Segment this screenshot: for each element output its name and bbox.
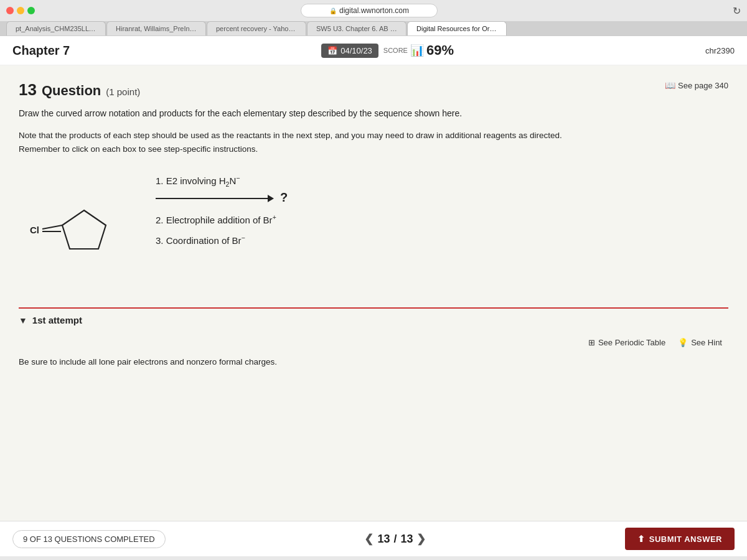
svg-line-3 [42,225,62,229]
close-dot[interactable] [6,7,14,14]
score-label: SCORE [383,47,408,54]
hint-icon: 💡 [678,338,688,347]
question-label: Question [42,83,101,99]
tab-hiranrat[interactable]: Hiranrat, Willaims_PreInLab_CH... [106,21,206,35]
address-bar[interactable]: 🔒 digital.wwnorton.com [301,4,438,17]
maximize-dot[interactable] [27,7,35,14]
svg-marker-2 [62,210,106,249]
tab-sw5[interactable]: SW5 U3. Chapter 6. AB energeti... [307,21,406,35]
footer-note: Be sure to include all lone pair electro… [19,357,728,366]
bottom-links: ⊞ See Periodic Table 💡 See Hint [19,338,728,347]
tab-analysis[interactable]: pt_Analysis_CHM235LL -... [6,21,106,35]
question-note: Note that the products of each step shou… [19,129,728,156]
question-header: 13 Question (1 point) 📖 See page 340 [19,80,728,100]
attempt-label: 1st attempt [32,315,82,325]
reaction-arrow [156,195,274,202]
questions-completed: 9 OF 13 QUESTIONS COMPLETED [12,530,166,548]
attempt-section: ▼ 1st attempt [19,307,728,325]
question-number: 13 [19,80,37,100]
pagination-total: 13 [400,533,413,546]
see-hint-link[interactable]: 💡 See Hint [678,338,722,347]
periodic-table-text: See Periodic Table [598,338,665,347]
step-1: 1. E2 involving H2N− [156,174,728,188]
main-content: Chapter 7 📅 04/10/23 SCORE 📊 69% chr2390… [0,36,747,556]
question-area: 13 Question (1 point) 📖 See page 340 Dra… [0,65,747,521]
svg-text:Cl: Cl [30,225,39,235]
browser-chrome: 🔒 digital.wwnorton.com ↻ pt_Analysis_CHM… [0,0,747,36]
product-placeholder: ? [280,190,288,205]
lock-icon: 🔒 [329,7,337,14]
pagination: ❮ 13 / 13 ❯ [364,532,426,546]
hint-text: See Hint [691,338,722,347]
bottom-bar: 9 OF 13 QUESTIONS COMPLETED ❮ 13 / 13 ❯ … [0,521,747,556]
minimize-dot[interactable] [17,7,24,14]
browser-top-bar: 🔒 digital.wwnorton.com ↻ [0,0,747,21]
window-controls [6,7,35,14]
table-icon: ⊞ [588,338,595,347]
book-icon: 📖 [665,80,675,90]
calendar-icon: 📅 [327,46,337,55]
question-description: Draw the curved arrow notation and produ… [19,107,728,120]
tab-percent-recovery[interactable]: percent recovery - Yahoo Searc... [207,21,306,35]
header-center: 📅 04/10/23 SCORE 📊 69% [321,42,454,58]
pagination-current: 13 [377,533,390,546]
score-value: 69% [426,42,454,58]
score-badge: SCORE 📊 69% [383,42,454,58]
tab-digital-resources[interactable]: Digital Resources for Organic C... [407,21,507,35]
browser-tabs: pt_Analysis_CHM235LL -... Hiranrat, Will… [0,21,747,35]
step-2: 2. Electrophile addition of Br+ [156,213,728,225]
submit-answer-button[interactable]: ⬆ SUBMIT ANSWER [625,528,735,550]
see-page-text: See page 340 [678,81,728,90]
question-points: (1 point) [106,86,140,97]
chemistry-section: Cl 1. E2 involving H2N− [19,168,728,295]
pagination-prev[interactable]: ❮ [364,532,374,546]
see-page-link[interactable]: 📖 See page 340 [665,80,728,90]
date-value: 04/10/23 [341,46,372,55]
steps-list: 1. E2 involving H2N− ? 2. Electrophile a… [156,174,728,246]
upload-icon: ⬆ [637,534,646,544]
chapter-header: Chapter 7 📅 04/10/23 SCORE 📊 69% chr2390 [0,36,747,65]
pagination-separator: / [393,533,397,546]
bar-chart-icon: 📊 [410,44,424,57]
step-3: 3. Coordination of Br− [156,234,728,246]
pagination-next[interactable]: ❯ [416,532,426,546]
submit-label: SUBMIT ANSWER [649,534,722,544]
reload-icon[interactable]: ↻ [733,5,741,17]
url-text: digital.wwnorton.com [339,6,409,15]
header-right: chr2390 [705,46,735,55]
chevron-down-icon[interactable]: ▼ [19,315,27,325]
molecule-diagram: Cl [19,174,131,289]
see-periodic-table-link[interactable]: ⊞ See Periodic Table [588,338,665,347]
date-badge: 📅 04/10/23 [321,44,378,58]
chapter-title: Chapter 7 [12,44,70,58]
